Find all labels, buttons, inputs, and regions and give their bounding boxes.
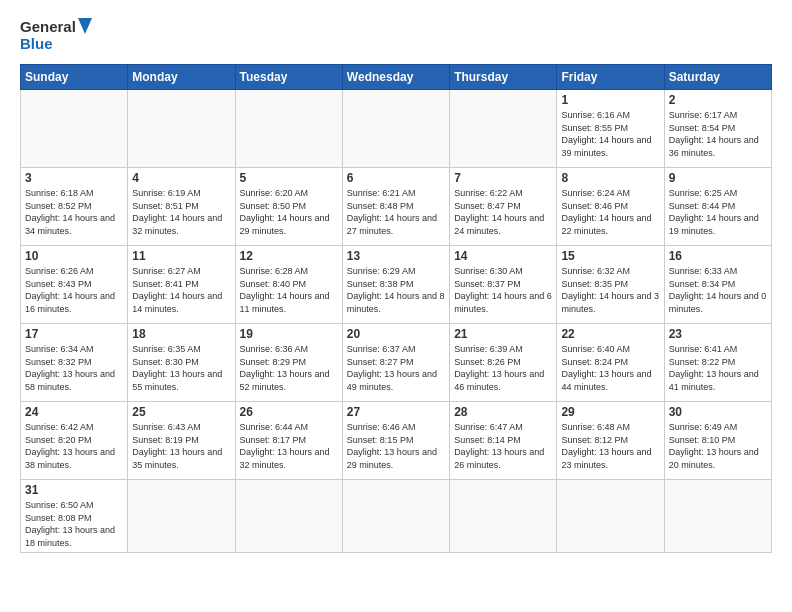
day-number: 11 [132,249,230,263]
header: GeneralBlue [20,16,772,56]
day-number: 5 [240,171,338,185]
calendar-cell: 10Sunrise: 6:26 AM Sunset: 8:43 PM Dayli… [21,246,128,324]
calendar-cell: 22Sunrise: 6:40 AM Sunset: 8:24 PM Dayli… [557,324,664,402]
col-header-thursday: Thursday [450,65,557,90]
day-number: 27 [347,405,445,419]
calendar-cell: 19Sunrise: 6:36 AM Sunset: 8:29 PM Dayli… [235,324,342,402]
day-number: 8 [561,171,659,185]
calendar-cell [235,480,342,553]
day-number: 22 [561,327,659,341]
calendar-cell: 9Sunrise: 6:25 AM Sunset: 8:44 PM Daylig… [664,168,771,246]
calendar-cell: 20Sunrise: 6:37 AM Sunset: 8:27 PM Dayli… [342,324,449,402]
day-number: 13 [347,249,445,263]
day-info: Sunrise: 6:24 AM Sunset: 8:46 PM Dayligh… [561,187,659,237]
calendar-cell: 30Sunrise: 6:49 AM Sunset: 8:10 PM Dayli… [664,402,771,480]
svg-text:General: General [20,18,76,35]
day-info: Sunrise: 6:28 AM Sunset: 8:40 PM Dayligh… [240,265,338,315]
calendar-cell: 1Sunrise: 6:16 AM Sunset: 8:55 PM Daylig… [557,90,664,168]
day-number: 23 [669,327,767,341]
day-number: 16 [669,249,767,263]
calendar-cell [664,480,771,553]
calendar-cell: 12Sunrise: 6:28 AM Sunset: 8:40 PM Dayli… [235,246,342,324]
day-number: 9 [669,171,767,185]
day-info: Sunrise: 6:40 AM Sunset: 8:24 PM Dayligh… [561,343,659,393]
calendar-cell: 3Sunrise: 6:18 AM Sunset: 8:52 PM Daylig… [21,168,128,246]
day-number: 12 [240,249,338,263]
calendar-cell: 8Sunrise: 6:24 AM Sunset: 8:46 PM Daylig… [557,168,664,246]
day-info: Sunrise: 6:29 AM Sunset: 8:38 PM Dayligh… [347,265,445,315]
day-info: Sunrise: 6:21 AM Sunset: 8:48 PM Dayligh… [347,187,445,237]
day-info: Sunrise: 6:26 AM Sunset: 8:43 PM Dayligh… [25,265,123,315]
calendar-cell: 24Sunrise: 6:42 AM Sunset: 8:20 PM Dayli… [21,402,128,480]
day-number: 7 [454,171,552,185]
calendar-cell: 17Sunrise: 6:34 AM Sunset: 8:32 PM Dayli… [21,324,128,402]
calendar-cell: 7Sunrise: 6:22 AM Sunset: 8:47 PM Daylig… [450,168,557,246]
day-number: 31 [25,483,123,497]
day-info: Sunrise: 6:36 AM Sunset: 8:29 PM Dayligh… [240,343,338,393]
day-info: Sunrise: 6:33 AM Sunset: 8:34 PM Dayligh… [669,265,767,315]
logo: GeneralBlue [20,16,100,56]
calendar-cell: 26Sunrise: 6:44 AM Sunset: 8:17 PM Dayli… [235,402,342,480]
day-info: Sunrise: 6:18 AM Sunset: 8:52 PM Dayligh… [25,187,123,237]
calendar-cell: 14Sunrise: 6:30 AM Sunset: 8:37 PM Dayli… [450,246,557,324]
day-info: Sunrise: 6:17 AM Sunset: 8:54 PM Dayligh… [669,109,767,159]
calendar-cell: 4Sunrise: 6:19 AM Sunset: 8:51 PM Daylig… [128,168,235,246]
svg-marker-2 [78,18,92,34]
day-info: Sunrise: 6:41 AM Sunset: 8:22 PM Dayligh… [669,343,767,393]
calendar-cell: 29Sunrise: 6:48 AM Sunset: 8:12 PM Dayli… [557,402,664,480]
day-number: 28 [454,405,552,419]
day-number: 3 [25,171,123,185]
day-number: 2 [669,93,767,107]
day-info: Sunrise: 6:19 AM Sunset: 8:51 PM Dayligh… [132,187,230,237]
calendar-cell: 28Sunrise: 6:47 AM Sunset: 8:14 PM Dayli… [450,402,557,480]
calendar-cell: 18Sunrise: 6:35 AM Sunset: 8:30 PM Dayli… [128,324,235,402]
calendar-cell: 21Sunrise: 6:39 AM Sunset: 8:26 PM Dayli… [450,324,557,402]
calendar-cell: 23Sunrise: 6:41 AM Sunset: 8:22 PM Dayli… [664,324,771,402]
svg-text:Blue: Blue [20,35,53,52]
col-header-monday: Monday [128,65,235,90]
calendar-cell: 25Sunrise: 6:43 AM Sunset: 8:19 PM Dayli… [128,402,235,480]
col-header-wednesday: Wednesday [342,65,449,90]
calendar-cell: 11Sunrise: 6:27 AM Sunset: 8:41 PM Dayli… [128,246,235,324]
col-header-sunday: Sunday [21,65,128,90]
day-info: Sunrise: 6:25 AM Sunset: 8:44 PM Dayligh… [669,187,767,237]
day-number: 6 [347,171,445,185]
day-number: 14 [454,249,552,263]
calendar-cell: 15Sunrise: 6:32 AM Sunset: 8:35 PM Dayli… [557,246,664,324]
calendar-cell [235,90,342,168]
calendar-header-row: SundayMondayTuesdayWednesdayThursdayFrid… [21,65,772,90]
day-info: Sunrise: 6:35 AM Sunset: 8:30 PM Dayligh… [132,343,230,393]
day-info: Sunrise: 6:34 AM Sunset: 8:32 PM Dayligh… [25,343,123,393]
day-info: Sunrise: 6:16 AM Sunset: 8:55 PM Dayligh… [561,109,659,159]
day-number: 19 [240,327,338,341]
day-number: 30 [669,405,767,419]
day-info: Sunrise: 6:20 AM Sunset: 8:50 PM Dayligh… [240,187,338,237]
day-info: Sunrise: 6:22 AM Sunset: 8:47 PM Dayligh… [454,187,552,237]
calendar-cell [450,480,557,553]
day-number: 24 [25,405,123,419]
col-header-friday: Friday [557,65,664,90]
calendar-cell: 2Sunrise: 6:17 AM Sunset: 8:54 PM Daylig… [664,90,771,168]
day-info: Sunrise: 6:27 AM Sunset: 8:41 PM Dayligh… [132,265,230,315]
day-info: Sunrise: 6:39 AM Sunset: 8:26 PM Dayligh… [454,343,552,393]
calendar-cell [450,90,557,168]
calendar-cell [128,90,235,168]
day-number: 21 [454,327,552,341]
col-header-saturday: Saturday [664,65,771,90]
day-info: Sunrise: 6:32 AM Sunset: 8:35 PM Dayligh… [561,265,659,315]
day-info: Sunrise: 6:44 AM Sunset: 8:17 PM Dayligh… [240,421,338,471]
calendar: SundayMondayTuesdayWednesdayThursdayFrid… [20,64,772,553]
day-info: Sunrise: 6:30 AM Sunset: 8:37 PM Dayligh… [454,265,552,315]
day-number: 25 [132,405,230,419]
calendar-cell [342,90,449,168]
calendar-cell: 31Sunrise: 6:50 AM Sunset: 8:08 PM Dayli… [21,480,128,553]
day-info: Sunrise: 6:49 AM Sunset: 8:10 PM Dayligh… [669,421,767,471]
calendar-cell: 13Sunrise: 6:29 AM Sunset: 8:38 PM Dayli… [342,246,449,324]
calendar-cell [128,480,235,553]
col-header-tuesday: Tuesday [235,65,342,90]
calendar-cell [557,480,664,553]
calendar-cell: 16Sunrise: 6:33 AM Sunset: 8:34 PM Dayli… [664,246,771,324]
day-number: 1 [561,93,659,107]
day-number: 17 [25,327,123,341]
day-number: 4 [132,171,230,185]
